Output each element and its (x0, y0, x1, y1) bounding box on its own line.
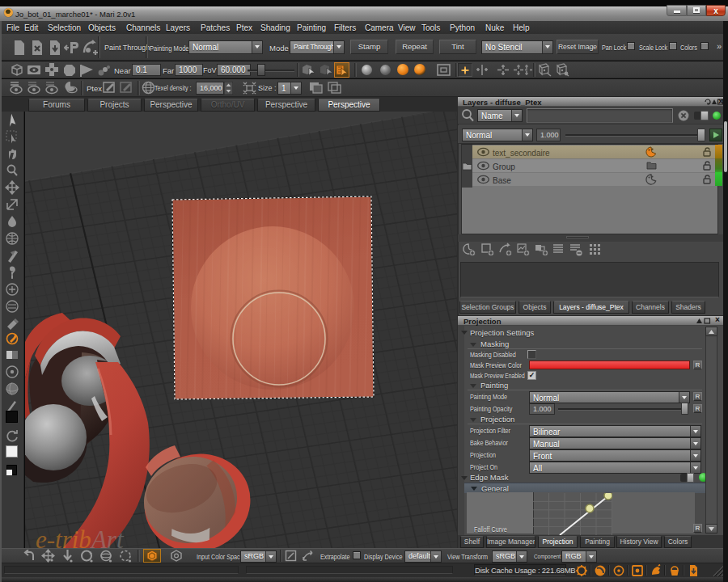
svg-text:e-tribArt: e-tribArt (36, 525, 125, 548)
